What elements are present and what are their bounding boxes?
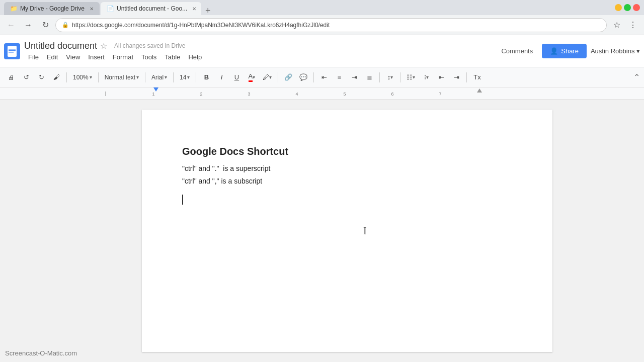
save-status: All changes saved in Drive	[114, 42, 185, 49]
i-beam-cursor: I	[363, 225, 367, 237]
highlight-button[interactable]: 🖊 ▾	[260, 70, 275, 84]
browser-tabs: 📁 My Drive - Google Drive ✕ 📄 Untitled d…	[4, 0, 214, 15]
share-icon: 👤	[550, 47, 558, 55]
font-arrow-icon: ▾	[165, 74, 167, 80]
indent-less-button[interactable]: ⇤	[434, 70, 448, 84]
tab-google-docs[interactable]: 📄 Untitled document - Goo... ✕	[101, 2, 201, 15]
star-icon[interactable]: ☆	[100, 41, 107, 51]
tab-google-drive[interactable]: 📁 My Drive - Google Drive ✕	[4, 2, 100, 15]
line-spacing-button[interactable]: ↕ ▾	[383, 70, 397, 84]
doc-page[interactable]: Google Docs Shortcut "ctrl" and "." is a…	[142, 110, 552, 352]
user-name[interactable]: Austin Robbins ▾	[591, 47, 640, 55]
forward-button[interactable]: →	[21, 18, 35, 32]
bullet-list-button[interactable]: ⁝ ▾	[419, 70, 433, 84]
reload-button[interactable]: ↻	[38, 18, 52, 32]
highlight-arrow-icon: ▾	[269, 74, 272, 80]
align-left-button[interactable]: ⇤	[317, 70, 331, 84]
menu-file[interactable]: File	[24, 52, 43, 62]
menu-table[interactable]: Table	[160, 52, 184, 62]
menu-tools[interactable]: Tools	[137, 52, 160, 62]
menu-format[interactable]: Format	[109, 52, 137, 62]
line-spacing-arrow-icon: ▾	[390, 74, 393, 80]
comment-button[interactable]: 💬	[296, 70, 310, 84]
toolbar-divider-7	[313, 72, 314, 82]
text-color-a: A	[249, 72, 253, 82]
ruler-mark-5: 5	[343, 92, 346, 97]
menu-view[interactable]: View	[62, 52, 84, 62]
docs-favicon: 📄	[107, 5, 114, 12]
numbered-list-arrow-icon: ▾	[413, 74, 415, 80]
font-dropdown[interactable]: Arial ▾	[148, 70, 170, 84]
back-button[interactable]: ←	[4, 18, 18, 32]
browser-menu-button[interactable]: ⋮	[626, 18, 640, 32]
bold-button[interactable]: B	[199, 70, 213, 84]
ruler-mark-6: 6	[391, 92, 393, 97]
ruler-mark-2: 2	[200, 92, 202, 97]
new-tab-button[interactable]: +	[202, 6, 214, 15]
ruler: | 1 2 3 4 5 6 7	[0, 87, 644, 100]
paragraph-style-dropdown[interactable]: Normal text ▾	[102, 70, 142, 84]
align-justify-button[interactable]: ≣	[362, 70, 376, 84]
link-button[interactable]: 🔗	[281, 70, 295, 84]
share-label: Share	[561, 47, 579, 55]
toolbar-divider-3	[145, 72, 145, 82]
toolbar-divider-6	[278, 72, 278, 82]
comments-button[interactable]: Comments	[496, 44, 538, 58]
page-area: Google Docs Shortcut "ctrl" and "." is a…	[80, 100, 614, 362]
share-button[interactable]: 👤 Share	[542, 44, 587, 58]
toolbar-divider-5	[196, 72, 196, 82]
text-color-button[interactable]: A ▾	[245, 70, 259, 84]
indent-marker-top[interactable]	[153, 87, 158, 92]
zoom-value: 100%	[73, 74, 89, 81]
address-bar[interactable]: 🔒 https://docs.google.com/document/d/1g-…	[55, 18, 607, 32]
docs-logo-icon	[8, 46, 17, 57]
clear-format-button[interactable]: Tx	[470, 70, 484, 84]
collapse-toolbar-button[interactable]: ⌃	[633, 72, 640, 82]
toolbar-divider-9	[400, 72, 400, 82]
underline-button[interactable]: U	[229, 70, 244, 84]
ruler-mark-3: 3	[248, 92, 250, 97]
ruler-mark-4: 4	[295, 92, 298, 97]
tab-docs-close[interactable]: ✕	[192, 6, 196, 12]
url-text: https://docs.google.com/document/d/1g-Hn…	[72, 22, 600, 29]
toolbar-divider-10	[466, 72, 467, 82]
align-right-button[interactable]: ⇥	[347, 70, 361, 84]
minimize-button[interactable]	[615, 4, 622, 11]
indent-marker-right[interactable]	[477, 88, 482, 93]
paint-format-button[interactable]: 🖌	[49, 70, 63, 84]
main-content: Google Docs Shortcut "ctrl" and "." is a…	[0, 100, 644, 362]
font-size-arrow-icon: ▾	[187, 74, 190, 80]
italic-button[interactable]: I	[214, 70, 228, 84]
indent-more-button[interactable]: ⇥	[449, 70, 463, 84]
svg-rect-2	[9, 50, 16, 51]
numbered-list-icon: ☷	[407, 73, 413, 81]
close-button[interactable]	[633, 4, 640, 11]
docs-appbar: Untitled document ☆ All changes saved in…	[0, 35, 644, 67]
document-title[interactable]: Untitled document	[24, 41, 97, 51]
doc-heading: Google Docs Shortcut	[182, 146, 512, 157]
tab-docs-label: Untitled document - Goo...	[117, 5, 187, 12]
docs-topright: Comments 👤 Share Austin Robbins ▾	[496, 44, 640, 58]
undo-button[interactable]: ↺	[19, 70, 33, 84]
redo-button[interactable]: ↻	[34, 70, 48, 84]
paragraph-style-value: Normal text	[105, 74, 135, 81]
menu-insert[interactable]: Insert	[84, 52, 109, 62]
bookmark-button[interactable]: ☆	[610, 18, 624, 32]
ruler-mark-1: 1	[152, 92, 154, 97]
browser-titlebar: 📁 My Drive - Google Drive ✕ 📄 Untitled d…	[0, 0, 644, 15]
doc-line-1: "ctrl" and "." is a superscript	[182, 163, 512, 174]
numbered-list-button[interactable]: ☷ ▾	[404, 70, 418, 84]
zoom-dropdown[interactable]: 100% ▾	[70, 70, 95, 84]
docs-toolbar: 🖨 ↺ ↻ 🖌 100% ▾ Normal text ▾ Arial ▾ 14 …	[0, 67, 644, 87]
docs-logo	[4, 43, 20, 59]
svg-rect-0	[8, 46, 17, 57]
align-center-button[interactable]: ≡	[332, 70, 346, 84]
maximize-button[interactable]	[624, 4, 631, 11]
ruler-mark-7: 7	[439, 92, 441, 97]
print-button[interactable]: 🖨	[4, 70, 18, 84]
docs-menu: File Edit View Insert Format Tools Table…	[24, 52, 492, 62]
menu-edit[interactable]: Edit	[43, 52, 62, 62]
font-size-dropdown[interactable]: 14 ▾	[177, 70, 193, 84]
tab-drive-close[interactable]: ✕	[90, 6, 94, 12]
menu-help[interactable]: Help	[184, 52, 206, 62]
